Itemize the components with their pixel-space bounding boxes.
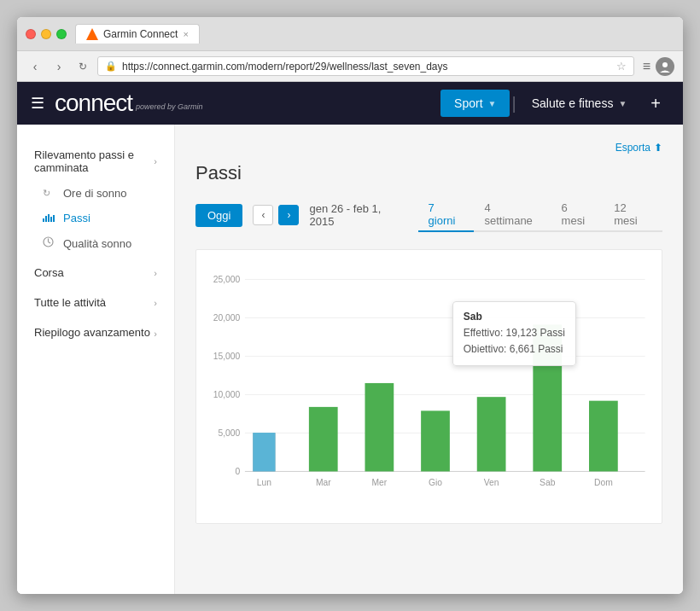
export-button[interactable]: Esporta ⬆	[615, 142, 662, 154]
tab-7giorni[interactable]: 7 giorni	[418, 198, 475, 232]
prev-period-button[interactable]: ‹	[253, 205, 273, 225]
add-section-button[interactable]: +	[642, 89, 669, 119]
nav-arrows: ‹ ›	[253, 205, 299, 225]
browser-menu-icon[interactable]: ≡	[643, 59, 650, 74]
logo-area: connect powered by Garmin	[55, 90, 440, 117]
export-label: Esporta	[615, 142, 650, 154]
tab-title: Garmin Connect	[103, 28, 178, 40]
svg-text:Dom: Dom	[594, 478, 613, 487]
tab-6mesi[interactable]: 6 mesi	[551, 198, 604, 232]
maximize-button[interactable]	[56, 29, 67, 39]
sidebar-item-passi[interactable]: Passi	[17, 206, 174, 230]
url-text: https://connect.garmin.com/modern/report…	[122, 61, 611, 73]
close-button[interactable]	[26, 29, 36, 39]
tab-12mesi[interactable]: 12 mesi	[604, 198, 662, 232]
sidebar-item-qualita[interactable]: Qualità sonno	[17, 230, 174, 256]
sidebar-item-sonno-label: Ore di sonno	[63, 187, 126, 200]
browser-chrome: Garmin Connect × ‹ › ↻ 🔒 https://connect…	[17, 17, 683, 82]
nav-sport[interactable]: Sport ▼	[440, 90, 510, 117]
sidebar-item-qualita-label: Qualità sonno	[63, 237, 131, 250]
bar-dom	[589, 401, 618, 472]
chart-container: Sab Effettivo: 19,123 Passi Obiettivo: 6…	[195, 249, 662, 524]
bar-mer	[365, 383, 394, 472]
minimize-button[interactable]	[41, 29, 51, 39]
address-bar[interactable]: 🔒 https://connect.garmin.com/modern/repo…	[97, 56, 634, 76]
period-tabs: 7 giorni 4 settimane 6 mesi 12 mesi	[418, 198, 662, 232]
reload-button[interactable]: ↻	[73, 57, 92, 76]
svg-text:0: 0	[236, 467, 241, 476]
sidebar-section-passi-title[interactable]: Rilevamento passi e camminata ›	[17, 142, 174, 181]
sidebar-section-riepilogo-title[interactable]: Riepilogo avanzamento ›	[17, 319, 174, 346]
svg-text:Mer: Mer	[372, 478, 388, 487]
nav-divider: |	[511, 94, 516, 113]
sidebar-section-riepilogo-label: Riepilogo avanzamento	[34, 326, 150, 339]
sidebar-section-attivita: Tutte le attività ›	[17, 289, 174, 316]
bookmark-icon[interactable]: ☆	[616, 60, 627, 73]
date-range: gen 26 - feb 1, 2015	[309, 202, 407, 228]
user-profile-icon[interactable]	[656, 57, 674, 76]
svg-text:Ven: Ven	[484, 478, 499, 487]
svg-rect-5	[53, 215, 55, 222]
svg-text:Gio: Gio	[429, 478, 442, 487]
svg-text:5,000: 5,000	[218, 428, 240, 438]
nav-salute-arrow: ▼	[618, 99, 627, 108]
back-button[interactable]: ‹	[26, 57, 44, 76]
sidebar-section-attivita-label: Tutte le attività	[34, 296, 106, 309]
svg-text:25,000: 25,000	[213, 275, 241, 284]
bar-mar	[309, 407, 338, 472]
main-content: Esporta ⬆ Passi Oggi ‹ › gen 26 - feb 1,…	[175, 125, 683, 594]
bar-ven	[477, 397, 506, 471]
sidebar-section-riepilogo-arrow: ›	[154, 329, 157, 339]
bar-lun-actual	[253, 433, 275, 471]
sidebar: Rilevamento passi e camminata › ↻ Ore di…	[17, 125, 175, 594]
sidebar-section-corsa-title[interactable]: Corsa ›	[17, 259, 174, 286]
svg-text:20,000: 20,000	[213, 313, 241, 323]
traffic-lights	[26, 29, 67, 39]
sidebar-section-corsa: Corsa ›	[17, 259, 174, 286]
svg-text:10,000: 10,000	[213, 390, 241, 399]
nav-salute[interactable]: Salute e fitness ▼	[518, 90, 641, 117]
sidebar-section-passi-label: Rilevamento passi e camminata	[34, 148, 154, 174]
svg-point-0	[662, 62, 668, 67]
browser-tab[interactable]: Garmin Connect ×	[75, 24, 200, 44]
header-nav: Sport ▼ | Salute e fitness ▼ +	[440, 89, 669, 119]
svg-text:Mar: Mar	[316, 478, 331, 487]
svg-rect-1	[43, 218, 44, 222]
sidebar-item-passi-label: Passi	[63, 212, 90, 224]
sidebar-section-attivita-arrow: ›	[154, 298, 157, 308]
forward-button[interactable]: ›	[50, 57, 68, 76]
tab-favicon	[86, 28, 98, 40]
today-button[interactable]: Oggi	[195, 204, 242, 227]
svg-rect-4	[50, 217, 52, 222]
date-nav: Oggi ‹ › gen 26 - feb 1, 2015 7 giorni 4…	[195, 198, 662, 232]
lock-icon: 🔒	[105, 61, 117, 72]
sidebar-items-passi: ↻ Ore di sonno Passi Qualità sonno	[17, 181, 174, 256]
sidebar-section-attivita-title[interactable]: Tutte le attività ›	[17, 289, 174, 316]
sidebar-section-riepilogo: Riepilogo avanzamento ›	[17, 319, 174, 346]
logo-powered: powered by Garmin	[136, 102, 203, 111]
svg-text:Lun: Lun	[257, 478, 271, 487]
qualita-icon	[43, 236, 56, 250]
export-bar: Esporta ⬆	[195, 142, 662, 154]
sidebar-item-sonno[interactable]: ↻ Ore di sonno	[17, 181, 174, 206]
browser-window: Garmin Connect × ‹ › ↻ 🔒 https://connect…	[17, 17, 683, 594]
nav-salute-label: Salute e fitness	[532, 96, 614, 110]
svg-line-8	[49, 242, 51, 244]
hamburger-icon[interactable]: ☰	[31, 94, 44, 113]
svg-text:15,000: 15,000	[213, 352, 241, 361]
next-period-button[interactable]: ›	[278, 205, 299, 225]
tab-close-button[interactable]: ×	[183, 29, 188, 39]
svg-text:Sab: Sab	[540, 478, 556, 487]
sidebar-section-corsa-label: Corsa	[34, 266, 64, 279]
bar-sab	[533, 324, 562, 471]
sidebar-section-passi: Rilevamento passi e camminata › ↻ Ore di…	[17, 142, 174, 256]
browser-titlebar: Garmin Connect ×	[17, 17, 683, 51]
chart-svg: 25,000 20,000 15,000 10,000 5,000 0	[205, 264, 653, 511]
nav-sport-arrow: ▼	[488, 99, 497, 108]
passi-icon	[43, 212, 56, 224]
logo-text: connect	[55, 90, 132, 117]
browser-nav-bar: ‹ › ↻ 🔒 https://connect.garmin.com/moder…	[17, 51, 683, 81]
sidebar-section-passi-arrow: ›	[154, 156, 157, 166]
tab-4settimane[interactable]: 4 settimane	[474, 198, 551, 232]
browser-tabs: Garmin Connect ×	[75, 24, 674, 44]
